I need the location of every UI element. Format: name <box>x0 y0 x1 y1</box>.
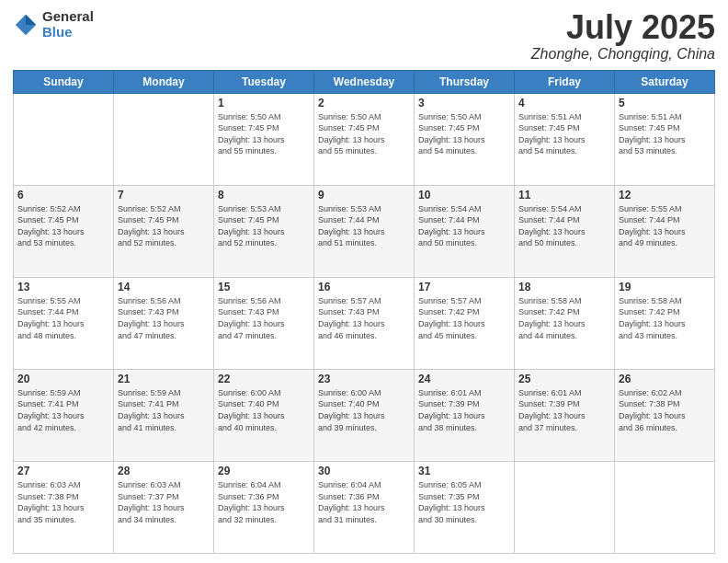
day-info: Sunrise: 5:56 AM Sunset: 7:43 PM Dayligh… <box>118 295 210 341</box>
weekday-header-friday: Friday <box>515 70 615 93</box>
day-info: Sunrise: 5:50 AM Sunset: 7:45 PM Dayligh… <box>218 111 310 157</box>
month-title: July 2025 <box>531 9 715 46</box>
calendar-week-3: 13Sunrise: 5:55 AM Sunset: 7:44 PM Dayli… <box>14 277 715 369</box>
svg-marker-1 <box>26 14 36 24</box>
calendar-week-5: 27Sunrise: 6:03 AM Sunset: 7:38 PM Dayli… <box>14 461 715 553</box>
day-info: Sunrise: 5:57 AM Sunset: 7:43 PM Dayligh… <box>318 295 410 341</box>
day-info: Sunrise: 5:54 AM Sunset: 7:44 PM Dayligh… <box>518 203 610 249</box>
day-info: Sunrise: 6:02 AM Sunset: 7:38 PM Dayligh… <box>619 387 711 433</box>
calendar-cell: 28Sunrise: 6:03 AM Sunset: 7:37 PM Dayli… <box>114 461 214 553</box>
calendar-cell: 12Sunrise: 5:55 AM Sunset: 7:44 PM Dayli… <box>615 185 715 277</box>
calendar-cell: 21Sunrise: 5:59 AM Sunset: 7:41 PM Dayli… <box>114 369 214 461</box>
location-subtitle: Zhonghe, Chongqing, China <box>531 46 715 63</box>
day-info: Sunrise: 6:04 AM Sunset: 7:36 PM Dayligh… <box>218 479 310 525</box>
calendar-cell: 30Sunrise: 6:04 AM Sunset: 7:36 PM Dayli… <box>314 461 415 553</box>
day-number: 2 <box>318 97 410 109</box>
calendar-cell: 3Sunrise: 5:50 AM Sunset: 7:45 PM Daylig… <box>415 93 515 185</box>
day-number: 13 <box>17 281 109 293</box>
day-info: Sunrise: 5:59 AM Sunset: 7:41 PM Dayligh… <box>17 387 109 433</box>
weekday-header-saturday: Saturday <box>615 70 715 93</box>
calendar-cell: 20Sunrise: 5:59 AM Sunset: 7:41 PM Dayli… <box>14 369 114 461</box>
day-number: 15 <box>218 281 310 293</box>
calendar-cell: 26Sunrise: 6:02 AM Sunset: 7:38 PM Dayli… <box>615 369 715 461</box>
logo-blue: Blue <box>42 24 73 40</box>
calendar-cell: 14Sunrise: 5:56 AM Sunset: 7:43 PM Dayli… <box>114 277 214 369</box>
calendar-cell <box>615 461 715 553</box>
header: General Blue July 2025 Zhonghe, Chongqin… <box>13 9 715 63</box>
calendar-cell: 17Sunrise: 5:57 AM Sunset: 7:42 PM Dayli… <box>415 277 515 369</box>
day-info: Sunrise: 5:59 AM Sunset: 7:41 PM Dayligh… <box>118 387 210 433</box>
day-number: 8 <box>218 189 310 201</box>
day-number: 27 <box>17 465 109 477</box>
day-info: Sunrise: 6:01 AM Sunset: 7:39 PM Dayligh… <box>518 387 610 433</box>
day-number: 22 <box>218 373 310 385</box>
logo-icon <box>13 12 39 38</box>
calendar-cell: 16Sunrise: 5:57 AM Sunset: 7:43 PM Dayli… <box>314 277 415 369</box>
day-info: Sunrise: 5:57 AM Sunset: 7:42 PM Dayligh… <box>418 295 510 341</box>
day-number: 3 <box>418 97 510 109</box>
weekday-header-thursday: Thursday <box>415 70 515 93</box>
calendar-cell: 9Sunrise: 5:53 AM Sunset: 7:44 PM Daylig… <box>314 185 415 277</box>
calendar-cell: 10Sunrise: 5:54 AM Sunset: 7:44 PM Dayli… <box>415 185 515 277</box>
day-number: 9 <box>318 189 410 201</box>
day-number: 4 <box>518 97 610 109</box>
day-info: Sunrise: 5:56 AM Sunset: 7:43 PM Dayligh… <box>218 295 310 341</box>
calendar-cell <box>515 461 615 553</box>
day-number: 10 <box>418 189 510 201</box>
calendar-table: SundayMondayTuesdayWednesdayThursdayFrid… <box>13 70 715 554</box>
calendar-cell: 22Sunrise: 6:00 AM Sunset: 7:40 PM Dayli… <box>214 369 314 461</box>
day-number: 18 <box>518 281 610 293</box>
weekday-header-row: SundayMondayTuesdayWednesdayThursdayFrid… <box>14 70 715 93</box>
calendar-cell: 15Sunrise: 5:56 AM Sunset: 7:43 PM Dayli… <box>214 277 314 369</box>
calendar-cell: 23Sunrise: 6:00 AM Sunset: 7:40 PM Dayli… <box>314 369 415 461</box>
page: General Blue July 2025 Zhonghe, Chongqin… <box>0 0 728 563</box>
day-info: Sunrise: 5:58 AM Sunset: 7:42 PM Dayligh… <box>518 295 610 341</box>
calendar-cell: 18Sunrise: 5:58 AM Sunset: 7:42 PM Dayli… <box>515 277 615 369</box>
day-number: 30 <box>318 465 410 477</box>
day-number: 24 <box>418 373 510 385</box>
day-info: Sunrise: 5:53 AM Sunset: 7:44 PM Dayligh… <box>318 203 410 249</box>
calendar-cell <box>14 93 114 185</box>
calendar-cell: 19Sunrise: 5:58 AM Sunset: 7:42 PM Dayli… <box>615 277 715 369</box>
day-info: Sunrise: 5:50 AM Sunset: 7:45 PM Dayligh… <box>318 111 410 157</box>
day-number: 21 <box>118 373 210 385</box>
day-number: 19 <box>619 281 711 293</box>
calendar-cell: 8Sunrise: 5:53 AM Sunset: 7:45 PM Daylig… <box>214 185 314 277</box>
calendar-cell: 2Sunrise: 5:50 AM Sunset: 7:45 PM Daylig… <box>314 93 415 185</box>
weekday-header-sunday: Sunday <box>14 70 114 93</box>
calendar-cell: 1Sunrise: 5:50 AM Sunset: 7:45 PM Daylig… <box>214 93 314 185</box>
day-number: 1 <box>218 97 310 109</box>
weekday-header-tuesday: Tuesday <box>214 70 314 93</box>
day-number: 31 <box>418 465 510 477</box>
day-number: 28 <box>118 465 210 477</box>
calendar-cell: 6Sunrise: 5:52 AM Sunset: 7:45 PM Daylig… <box>14 185 114 277</box>
day-info: Sunrise: 5:53 AM Sunset: 7:45 PM Dayligh… <box>218 203 310 249</box>
day-info: Sunrise: 5:55 AM Sunset: 7:44 PM Dayligh… <box>17 295 109 341</box>
day-number: 25 <box>518 373 610 385</box>
day-info: Sunrise: 6:00 AM Sunset: 7:40 PM Dayligh… <box>218 387 310 433</box>
day-number: 26 <box>619 373 711 385</box>
day-info: Sunrise: 5:54 AM Sunset: 7:44 PM Dayligh… <box>418 203 510 249</box>
day-info: Sunrise: 5:51 AM Sunset: 7:45 PM Dayligh… <box>518 111 610 157</box>
title-block: July 2025 Zhonghe, Chongqing, China <box>531 9 715 63</box>
day-info: Sunrise: 5:52 AM Sunset: 7:45 PM Dayligh… <box>118 203 210 249</box>
day-info: Sunrise: 6:03 AM Sunset: 7:37 PM Dayligh… <box>118 479 210 525</box>
calendar-cell: 27Sunrise: 6:03 AM Sunset: 7:38 PM Dayli… <box>14 461 114 553</box>
logo-general: General <box>42 8 94 24</box>
day-info: Sunrise: 6:01 AM Sunset: 7:39 PM Dayligh… <box>418 387 510 433</box>
day-number: 7 <box>118 189 210 201</box>
day-number: 20 <box>17 373 109 385</box>
day-number: 29 <box>218 465 310 477</box>
day-info: Sunrise: 5:58 AM Sunset: 7:42 PM Dayligh… <box>619 295 711 341</box>
weekday-header-monday: Monday <box>114 70 214 93</box>
calendar-cell: 24Sunrise: 6:01 AM Sunset: 7:39 PM Dayli… <box>415 369 515 461</box>
day-number: 6 <box>17 189 109 201</box>
day-info: Sunrise: 5:50 AM Sunset: 7:45 PM Dayligh… <box>418 111 510 157</box>
calendar-cell: 7Sunrise: 5:52 AM Sunset: 7:45 PM Daylig… <box>114 185 214 277</box>
day-info: Sunrise: 6:05 AM Sunset: 7:35 PM Dayligh… <box>418 479 510 525</box>
day-number: 5 <box>619 97 711 109</box>
weekday-header-wednesday: Wednesday <box>314 70 415 93</box>
day-number: 11 <box>518 189 610 201</box>
day-info: Sunrise: 6:00 AM Sunset: 7:40 PM Dayligh… <box>318 387 410 433</box>
day-number: 23 <box>318 373 410 385</box>
